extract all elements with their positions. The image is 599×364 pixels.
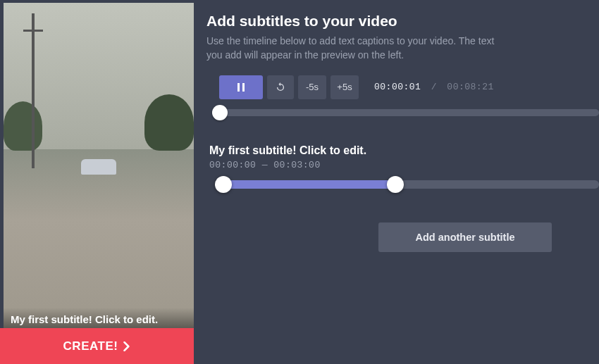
time-total: 00:08:21: [447, 82, 493, 92]
time-display: 00:00:01 / 00:08:21: [374, 82, 494, 92]
pause-icon: [237, 83, 245, 92]
add-subtitle-label: Add another subtitle: [416, 232, 515, 243]
create-button-label: CREATE!: [63, 339, 118, 353]
time-current: 00:00:01: [374, 82, 421, 92]
subtitle-range-track[interactable]: [215, 180, 599, 189]
video-preview[interactable]: My first subtitle! Click to edit.: [4, 3, 194, 328]
subtitle-text[interactable]: My first subtitle! Click to edit.: [209, 144, 599, 157]
add-subtitle-button[interactable]: Add another subtitle: [378, 222, 552, 252]
chevron-right-icon: [123, 341, 130, 351]
left-panel: My first subtitle! Click to edit. CREATE…: [0, 0, 194, 364]
back-5s-label: -5s: [306, 82, 319, 92]
time-separator: /: [431, 82, 437, 92]
right-panel: Add subtitles to your video Use the time…: [194, 0, 599, 364]
restart-button[interactable]: [267, 75, 294, 99]
page-description: Use the timeline below to add text capti…: [206, 34, 502, 63]
forward-5s-button[interactable]: +5s: [331, 75, 359, 99]
back-5s-button[interactable]: -5s: [298, 75, 326, 99]
playhead-thumb[interactable]: [212, 105, 228, 120]
subtitle-time-range: 00:00:00 — 00:03:00: [209, 160, 599, 170]
subtitle-end-thumb[interactable]: [387, 176, 404, 193]
replay-icon: [276, 82, 285, 92]
create-button[interactable]: CREATE!: [0, 328, 194, 364]
playback-controls: -5s +5s 00:00:01 / 00:08:21: [219, 75, 599, 99]
playback-timeline[interactable]: [212, 109, 599, 116]
forward-5s-label: +5s: [337, 82, 352, 92]
pause-button[interactable]: [219, 75, 263, 99]
subtitle-range-fill: [223, 180, 393, 189]
svg-rect-0: [237, 83, 240, 92]
svg-rect-1: [242, 83, 245, 92]
preview-subtitle-overlay: My first subtitle! Click to edit.: [4, 308, 194, 328]
subtitle-start-thumb[interactable]: [215, 176, 232, 193]
page-title: Add subtitles to your video: [206, 13, 599, 30]
subtitle-block: My first subtitle! Click to edit. 00:00:…: [209, 144, 599, 189]
